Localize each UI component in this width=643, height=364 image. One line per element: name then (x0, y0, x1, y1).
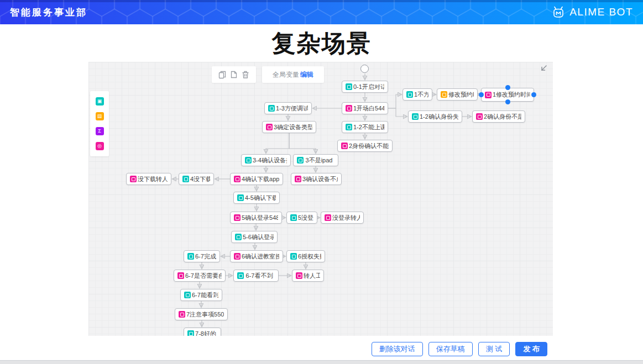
magenta-node-icon (295, 176, 301, 182)
app-header: 智能服务事业部 ALIME BOT (0, 0, 643, 24)
edit-global-variables-link[interactable]: 编辑 (300, 70, 313, 80)
connection-handle[interactable] (479, 92, 484, 97)
flow-node-nzrg[interactable]: 转人工 (292, 270, 324, 282)
node-label: 3-4确认设备类型 (252, 156, 287, 165)
flow-node-nbfb[interactable]: 1不方便 (402, 88, 432, 101)
teal-node-icon (235, 234, 242, 240)
node-label: 6确认进教室授权54.. (241, 252, 279, 261)
brand-logo: ALIME BOT (552, 6, 633, 19)
flow-node-nbnsk[interactable]: 1-2不能上课 (342, 121, 388, 133)
collapse-icon[interactable] (539, 64, 548, 75)
node-label: 没登录转人工 (331, 214, 360, 222)
flow-node-nmxzrg[interactable]: 没下载转人工 (126, 173, 171, 185)
canvas-toolbar (212, 66, 256, 83)
node-label: 4确认下载app54.. (241, 175, 279, 183)
node-label: 3不是ipad (304, 156, 334, 165)
node-label: 5没登录 (297, 214, 313, 222)
orange-node-icon (441, 91, 447, 98)
flow-node-nmxz[interactable]: 4没下载 (179, 173, 214, 185)
flow-node-nzfyz[interactable]: 6-7是否需要自测 (174, 270, 226, 282)
flow-canvas[interactable]: 0-1开启对话1开场白5441不方便修改预约时间1修改预约时间1-2确认身份失败… (88, 62, 553, 336)
save-draft-button[interactable]: 保存草稿 (428, 342, 473, 356)
response-node-tool[interactable]: ◎ (96, 142, 104, 150)
flow-edges (88, 62, 553, 336)
media-node-tool[interactable]: ▤ (96, 112, 104, 120)
flow-node-nqrxz[interactable]: 4确认下载app54.. (230, 173, 283, 185)
flow-node-nsfbs[interactable]: 2确认身份不是552 (472, 110, 525, 123)
dialogue-node-tool[interactable]: ▣ (96, 97, 104, 105)
flow-node-nbsipad[interactable]: 3不是ipad (293, 154, 338, 166)
function-node-tool[interactable]: Σ (96, 127, 104, 135)
magenta-node-icon (234, 253, 241, 260)
node-label: 6-7能看到 (191, 291, 218, 299)
trash-icon[interactable] (241, 70, 250, 79)
connection-handle[interactable] (531, 92, 536, 97)
node-label: 没下载转人工 (137, 175, 168, 183)
magenta-node-icon (179, 311, 185, 318)
publish-button[interactable]: 发 布 (515, 342, 547, 356)
flow-node-nzysx[interactable]: 7注意事项550 (175, 308, 228, 320)
flow-node-nxgyy[interactable]: 修改预约时间 (437, 88, 478, 101)
flow-node-nnkd[interactable]: 6-7能看到 (180, 289, 222, 301)
teal-node-icon (182, 176, 189, 182)
magenta-node-icon (296, 272, 302, 279)
flow-edge (266, 133, 289, 153)
flow-node-nkbd[interactable]: 6-7看不到 (233, 270, 279, 282)
node-label: 1不方便 (413, 91, 428, 99)
flow-node-nmdlrg[interactable]: 没登录转人工 (321, 212, 364, 224)
global-variables-bar: 全局变量编辑 (262, 66, 324, 83)
node-label: 1-2不能上课 (352, 123, 384, 131)
node-label: 3确认设备不成功55.. (301, 175, 338, 183)
flow-node-n67wc[interactable]: 6-7完成 (184, 250, 220, 262)
flow-node-n1[interactable]: 1开场白544 (342, 102, 388, 114)
node-label: 5-6确认登录 (242, 233, 274, 241)
flow-node-nsfsb[interactable]: 1-2确认身份失败 (408, 110, 462, 123)
teal-node-icon (297, 157, 304, 163)
flow-node-nsqsb[interactable]: 6授权失败 (286, 250, 325, 262)
flow-edge (388, 108, 407, 117)
node-label: 3确定设备类型546 (273, 123, 312, 131)
flow-node-n01[interactable]: 0-1开启对话 (342, 81, 388, 93)
magenta-node-icon (325, 214, 331, 221)
magenta-node-icon (476, 113, 483, 120)
magenta-node-icon (234, 176, 241, 182)
node-label: 转人工 (302, 272, 320, 280)
footer-bar (0, 360, 643, 364)
magenta-node-icon (485, 92, 492, 98)
node-label: 4没下载 (189, 175, 210, 183)
global-variables-label: 全局变量 (273, 70, 299, 80)
connection-handle[interactable] (505, 85, 510, 90)
teal-node-icon (412, 113, 419, 120)
flow-node-nqrsblx[interactable]: 3-4确认设备类型 (241, 154, 291, 166)
teal-node-icon (406, 91, 413, 98)
test-button[interactable]: 测 试 (478, 342, 510, 356)
magenta-node-icon (177, 272, 184, 279)
flow-node-n56dl[interactable]: 5-6确认登录 (231, 231, 278, 243)
flow-node-n45xz[interactable]: 4-5确认下载 (233, 192, 280, 204)
duplicate-icon[interactable] (229, 70, 238, 79)
flow-node-nfbts[interactable]: 1-3方便调试 (264, 102, 312, 114)
start-node[interactable] (360, 65, 369, 73)
flow-node-nmdl[interactable]: 5没登录 (286, 212, 317, 224)
flow-node-nxg1[interactable]: 1修改预约时间 (481, 88, 534, 102)
flow-node-nqdsb[interactable]: 3确定设备类型546 (262, 121, 316, 133)
node-label: 6-7看不到 (244, 272, 275, 280)
node-label: 1修改预约时间 (492, 91, 530, 99)
node-label: 5确认登录548 (241, 214, 278, 222)
magenta-node-icon (266, 124, 273, 130)
teal-node-icon (187, 330, 194, 336)
flow-edge (289, 133, 316, 153)
flow-node-n78hd[interactable]: 7-8好的 (184, 328, 221, 336)
flow-node-nqrdl[interactable]: 5确认登录548 (230, 212, 282, 224)
flow-node-nsfqr[interactable]: 2身份确认不能上课5.. (337, 140, 393, 152)
node-palette: ▣▤Σ◎ (90, 91, 109, 156)
teal-node-icon (346, 124, 352, 130)
node-label: 修改预约时间 (447, 91, 474, 99)
flow-node-nsbbcg[interactable]: 3确认设备不成功55.. (291, 173, 342, 185)
connection-handle[interactable] (505, 99, 510, 104)
delete-dialogue-button[interactable]: 删除该对话 (372, 342, 423, 356)
flow-node-nqrjjs[interactable]: 6确认进教室授权54.. (230, 250, 283, 262)
node-label: 0-1开启对话 (352, 83, 384, 91)
teal-node-icon (346, 83, 352, 90)
copy-icon[interactable] (218, 70, 227, 79)
